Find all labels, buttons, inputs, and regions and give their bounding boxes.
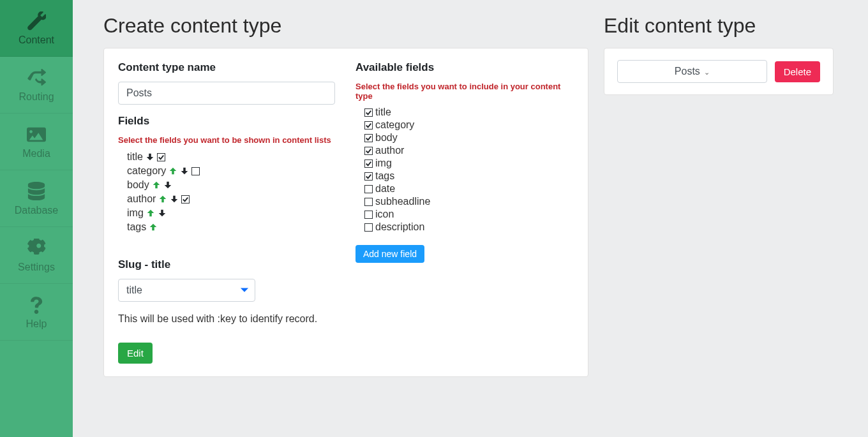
checkbox-checked-icon[interactable] (364, 134, 373, 142)
available-field-label: tags (375, 170, 394, 182)
sidebar: ContentRoutingMediaDatabaseSettingsHelp (0, 0, 73, 437)
checkbox-unchecked-icon[interactable] (364, 185, 373, 193)
edit-button[interactable]: Edit (118, 343, 153, 364)
available-field-row: date (355, 182, 574, 195)
arrow-up-icon[interactable] (152, 181, 161, 189)
edit-select-value: Posts (675, 66, 700, 77)
svg-rect-7 (364, 159, 372, 167)
slug-label: Slug - title (118, 258, 336, 271)
field-row: category (118, 164, 336, 178)
svg-rect-3 (364, 108, 372, 116)
checkbox-checked-icon[interactable] (181, 195, 190, 204)
checkbox-checked-icon[interactable] (364, 121, 373, 130)
available-field-label: category (375, 119, 414, 131)
field-row: img (118, 206, 336, 220)
svg-rect-11 (364, 211, 372, 218)
available-field-label: img (375, 158, 392, 169)
available-field-label: icon (375, 209, 394, 220)
svg-rect-8 (364, 172, 372, 180)
available-field-row: description (355, 221, 574, 233)
arrow-up-icon[interactable] (158, 195, 167, 204)
fields-label: Fields (118, 115, 336, 128)
checkbox-unchecked-icon[interactable] (364, 198, 373, 206)
available-field-row: img (355, 157, 574, 170)
available-fields-list: titlecategorybodyauthorimgtagsdatesubhea… (355, 106, 574, 233)
question-icon (26, 295, 47, 315)
sidebar-item-media[interactable]: Media (0, 114, 73, 170)
content-type-name-input[interactable] (118, 82, 335, 105)
field-row: tags (118, 220, 336, 234)
edit-column: Edit content type Posts⌄ Delete (604, 14, 834, 95)
page-title-create: Create content type (103, 14, 588, 38)
svg-rect-4 (364, 121, 372, 129)
sidebar-item-help[interactable]: Help (0, 284, 73, 341)
sidebar-item-label: Content (19, 34, 54, 46)
sidebar-item-label: Settings (18, 262, 55, 273)
page-title-edit: Edit content type (604, 14, 834, 38)
fields-list: title category body author img tags (118, 150, 336, 234)
checkbox-unchecked-icon[interactable] (364, 223, 373, 232)
create-column: Create content type Content type name Fi… (103, 14, 588, 377)
sidebar-item-content[interactable]: Content (0, 0, 73, 57)
edit-card: Posts⌄ Delete (604, 48, 834, 95)
add-new-field-button[interactable]: Add new field (355, 245, 424, 263)
available-field-row: title (355, 106, 574, 119)
available-field-row: author (355, 144, 574, 157)
delete-button[interactable]: Delete (775, 61, 820, 82)
create-left-pane: Content type name Fields Select the fiel… (118, 61, 336, 364)
arrow-down-icon[interactable] (163, 181, 172, 189)
arrow-up-icon[interactable] (168, 167, 177, 175)
available-field-label: body (375, 132, 398, 144)
sidebar-item-settings[interactable]: Settings (0, 227, 73, 284)
chevron-down-icon: ⌄ (704, 68, 710, 76)
field-row: title (118, 150, 336, 164)
field-label: author (127, 193, 156, 205)
arrow-down-icon[interactable] (180, 167, 189, 175)
available-field-row: icon (355, 208, 574, 221)
arrow-up-icon[interactable] (149, 223, 158, 232)
checkbox-checked-icon[interactable] (364, 108, 373, 117)
checkbox-checked-icon[interactable] (364, 159, 373, 168)
available-field-label: subheadline (375, 196, 430, 207)
slug-select-value: title (118, 279, 255, 302)
available-field-row: category (355, 119, 574, 131)
database-icon (26, 182, 47, 201)
available-field-row: tags (355, 170, 574, 182)
field-row: body (118, 178, 336, 192)
svg-rect-5 (364, 134, 372, 142)
content-type-name-label: Content type name (118, 61, 336, 74)
checkbox-checked-icon[interactable] (157, 153, 165, 161)
wrench-icon (26, 11, 47, 31)
checkbox-checked-icon[interactable] (364, 147, 373, 155)
main-area: Create content type Content type name Fi… (73, 0, 868, 437)
svg-rect-0 (157, 153, 165, 161)
arrow-down-icon[interactable] (146, 152, 154, 161)
slug-select[interactable]: title (118, 279, 255, 302)
sidebar-item-routing[interactable]: Routing (0, 57, 73, 114)
arrow-down-icon[interactable] (170, 195, 179, 204)
arrow-down-icon[interactable] (158, 209, 167, 218)
available-field-label: date (375, 183, 395, 195)
available-fields-label: Available fields (355, 61, 574, 74)
available-fields-pane: Available fields Select the fields you w… (355, 61, 574, 364)
image-icon (26, 125, 47, 144)
field-label: title (127, 151, 143, 163)
gear-icon (26, 239, 47, 258)
svg-rect-1 (192, 167, 200, 175)
field-label: category (127, 165, 166, 177)
field-label: body (127, 179, 149, 191)
arrow-up-icon[interactable] (146, 209, 155, 218)
checkbox-unchecked-icon[interactable] (364, 211, 373, 219)
available-field-row: body (355, 131, 574, 144)
field-label: tags (127, 221, 146, 233)
available-field-label: title (375, 107, 391, 118)
checkbox-checked-icon[interactable] (364, 172, 373, 181)
edit-content-type-select[interactable]: Posts⌄ (617, 60, 767, 83)
sidebar-item-label: Help (26, 318, 47, 330)
fields-hint: Select the fields you want to be shown i… (118, 135, 336, 145)
sidebar-item-database[interactable]: Database (0, 170, 73, 227)
svg-rect-6 (364, 147, 372, 154)
shuffle-icon (26, 68, 47, 87)
available-field-label: author (375, 145, 404, 156)
checkbox-unchecked-icon[interactable] (191, 167, 200, 175)
